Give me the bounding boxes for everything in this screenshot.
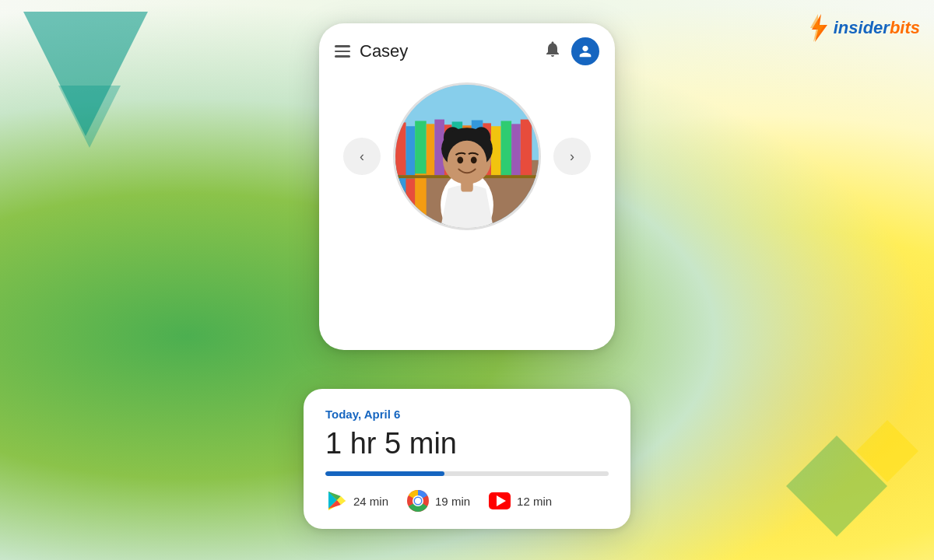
youtube-icon: [489, 492, 511, 509]
user-avatar[interactable]: [571, 37, 599, 65]
next-profile-button[interactable]: ›: [553, 138, 591, 175]
svg-rect-20: [415, 173, 427, 228]
screen-time-value: 1 hr 5 min: [325, 427, 609, 460]
insiderbits-logo: insiderbits: [807, 14, 920, 42]
phone-topbar: Casey: [319, 23, 615, 75]
svg-rect-19: [406, 179, 416, 228]
profile-area: ‹: [319, 75, 615, 246]
hamburger-line-3: [335, 55, 350, 58]
play-app-item: 24 min: [325, 490, 388, 512]
apps-row: 24 min 19 min 12 min: [325, 490, 609, 512]
bolt-icon: [807, 14, 829, 42]
svg-rect-4: [395, 122, 406, 175]
svg-rect-5: [406, 126, 416, 175]
svg-rect-7: [427, 124, 435, 175]
svg-rect-30: [461, 180, 472, 191]
phone-mockup: Casey ‹: [319, 23, 615, 350]
svg-rect-18: [395, 175, 406, 228]
svg-point-28: [457, 156, 463, 163]
progress-bar-background: [325, 471, 609, 476]
bell-icon[interactable]: [543, 40, 562, 63]
date-label: Today, April 6: [325, 408, 609, 421]
youtube-play-triangle: [497, 495, 506, 506]
svg-point-29: [471, 156, 477, 163]
svg-rect-14: [491, 126, 501, 175]
progress-bar-fill: [325, 471, 444, 476]
play-time: 24 min: [353, 495, 388, 508]
logo-text: insiderbits: [834, 18, 920, 38]
youtube-time: 12 min: [517, 495, 552, 508]
svg-rect-17: [521, 120, 532, 176]
hamburger-line-1: [335, 45, 350, 47]
svg-rect-16: [511, 124, 521, 175]
play-store-icon: [325, 490, 347, 512]
svg-point-27: [448, 141, 486, 183]
screen-time-card: Today, April 6 1 hr 5 min: [304, 389, 630, 529]
chrome-app-item: 19 min: [407, 490, 470, 512]
hamburger-line-2: [335, 51, 350, 53]
svg-point-36: [415, 498, 421, 504]
menu-button[interactable]: [335, 45, 350, 58]
youtube-app-item: 12 min: [489, 492, 552, 509]
svg-rect-15: [501, 121, 512, 175]
prev-profile-button[interactable]: ‹: [343, 138, 381, 175]
profile-photo: [393, 82, 541, 230]
chrome-time: 19 min: [435, 495, 470, 508]
svg-rect-6: [415, 121, 427, 175]
phone-title: Casey: [360, 41, 534, 61]
profile-photo-svg: [395, 82, 539, 230]
chrome-icon: [407, 490, 429, 512]
